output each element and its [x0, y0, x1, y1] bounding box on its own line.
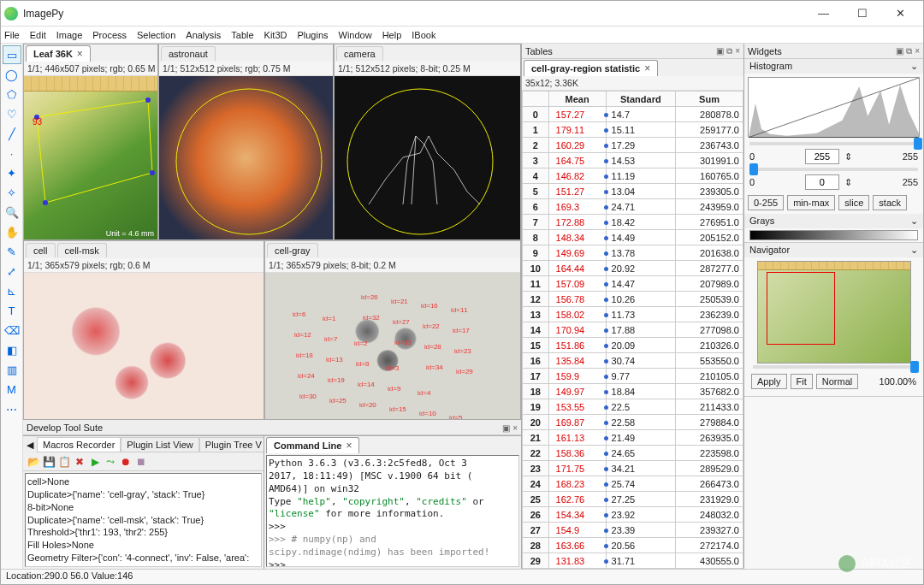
- dock-icon[interactable]: ▣: [716, 46, 724, 56]
- menu-kit3d[interactable]: Kit3D: [264, 30, 287, 40]
- rectangle-tool[interactable]: ▭: [3, 45, 21, 64]
- spark-tool[interactable]: ✧: [3, 183, 21, 202]
- close-icon[interactable]: ×: [915, 46, 920, 56]
- table-row[interactable]: 29131.8331.71430555.0: [523, 553, 743, 569]
- table-row[interactable]: 6169.324.71243959.0: [523, 199, 743, 215]
- ellipse-tool[interactable]: ◯: [3, 65, 21, 84]
- minimize-button[interactable]: —: [804, 2, 843, 26]
- menu-window[interactable]: Window: [339, 30, 372, 40]
- table-row[interactable]: 28163.6620.56272174.0: [523, 538, 743, 553]
- close-icon[interactable]: ×: [735, 46, 740, 56]
- hist-stack-button[interactable]: stack: [873, 195, 907, 210]
- menu-analysis[interactable]: Analysis: [186, 30, 221, 40]
- dropper-tool[interactable]: ⤢: [3, 262, 21, 281]
- table-row[interactable]: 11157.0914.47207989.0: [523, 276, 743, 292]
- zoom-slider[interactable]: [753, 365, 915, 369]
- tab-plugin-tree[interactable]: Plugin Tree V: [199, 437, 264, 452]
- image-canvas[interactable]: [335, 76, 520, 239]
- dock-icon[interactable]: ▣: [896, 46, 903, 56]
- menu-ibook[interactable]: IBook: [412, 30, 435, 40]
- menu-selection[interactable]: Selection: [137, 30, 175, 40]
- tab-command-line[interactable]: Command Line×: [266, 437, 359, 453]
- table-row[interactable]: 9149.6913.78201638.0: [523, 245, 743, 261]
- bucket-tool[interactable]: ◧: [3, 340, 21, 359]
- tab-statistics[interactable]: cell-gray-region statistic×: [524, 60, 658, 76]
- close-button[interactable]: ✕: [881, 2, 920, 26]
- copy-icon[interactable]: 📋: [57, 455, 71, 469]
- spinner-icon[interactable]: ⇕: [844, 177, 852, 188]
- chevron-down-icon[interactable]: ⌄: [910, 61, 918, 72]
- close-icon[interactable]: ×: [644, 62, 650, 74]
- menu-process[interactable]: Process: [92, 30, 127, 40]
- chevron-down-icon[interactable]: ⌄: [910, 216, 918, 227]
- nav-left-icon[interactable]: ◀: [23, 440, 37, 451]
- polygon-tool[interactable]: ⬠: [3, 85, 21, 103]
- table-row[interactable]: 21161.1321.49263935.0: [523, 430, 743, 446]
- menu-file[interactable]: File: [4, 30, 20, 40]
- table-row[interactable]: 14170.9417.88277098.0: [523, 322, 743, 338]
- tab-camera[interactable]: camera: [336, 46, 383, 61]
- table-row[interactable]: 16135.8430.74553550.0: [523, 353, 743, 369]
- table-row[interactable]: 30181.8814.44232085.0: [523, 569, 743, 570]
- menu-image[interactable]: Image: [56, 30, 83, 40]
- tab-cell-gray[interactable]: cell-gray: [267, 243, 318, 257]
- table-row[interactable]: 22158.3624.65223598.0: [523, 446, 743, 461]
- table-row[interactable]: 23171.7534.21289529.0: [523, 461, 743, 476]
- open-icon[interactable]: 📂: [27, 455, 40, 469]
- tab-macros-recorder[interactable]: Macros Recorder: [37, 437, 121, 452]
- image-canvas[interactable]: [159, 76, 333, 239]
- table-row[interactable]: 13158.0211.73236239.0: [523, 307, 743, 322]
- chart-tool[interactable]: ▥: [3, 360, 21, 379]
- nav-apply-button[interactable]: Apply: [751, 374, 787, 389]
- tab-cell-msk[interactable]: cell-msk: [57, 243, 107, 257]
- hist-lower-input[interactable]: [805, 174, 839, 190]
- table-row[interactable]: 5151.2713.04239305.0: [523, 184, 743, 199]
- point-tool[interactable]: ·: [3, 144, 21, 162]
- menu-help[interactable]: Help: [382, 30, 402, 40]
- dock-icon[interactable]: ▣: [502, 423, 510, 433]
- table-row[interactable]: 2160.2917.29236743.0: [523, 138, 743, 153]
- table-row[interactable]: 10164.4420.92287277.0: [523, 261, 743, 276]
- text-tool[interactable]: T: [3, 301, 21, 320]
- step-icon[interactable]: ⤳: [104, 455, 117, 469]
- close-icon[interactable]: ×: [77, 48, 83, 60]
- image-canvas[interactable]: [24, 273, 264, 419]
- spinner-icon[interactable]: ⇕: [844, 151, 852, 162]
- undock-icon[interactable]: ⧉: [906, 46, 912, 56]
- data-grid[interactable]: MeanStandardSum0157.2714.7280878.01179.1…: [522, 91, 743, 569]
- navigator-thumbnail[interactable]: [757, 261, 911, 363]
- table-row[interactable]: 25162.7627.25231929.0: [523, 492, 743, 507]
- freehand-tool[interactable]: ♡: [3, 104, 21, 123]
- close-icon[interactable]: ×: [512, 423, 518, 433]
- maximize-button[interactable]: ☐: [843, 2, 881, 26]
- more-tool[interactable]: ⋯: [3, 399, 21, 418]
- table-row[interactable]: 24168.2325.74266473.0: [523, 476, 743, 492]
- table-row[interactable]: 27154.923.39239327.0: [523, 523, 743, 538]
- m-tool[interactable]: M: [3, 380, 21, 399]
- pencil-tool[interactable]: ✎: [3, 242, 21, 261]
- play-icon[interactable]: ▶: [88, 455, 102, 469]
- delete-icon[interactable]: ✖: [73, 455, 86, 469]
- hand-tool[interactable]: ✋: [3, 222, 21, 241]
- measure-tool[interactable]: ⊾: [3, 281, 21, 300]
- image-canvas[interactable]: id=1id=2id=3id=4id=5id=6id=7id=8id=9id=1…: [265, 273, 520, 419]
- hist-minmax-button[interactable]: min-max: [787, 195, 835, 210]
- record-icon[interactable]: ⏺: [119, 455, 133, 469]
- line-tool[interactable]: ╱: [3, 124, 21, 143]
- table-row[interactable]: 15151.8620.09210326.0: [523, 338, 743, 353]
- table-row[interactable]: 7172.8818.42276951.0: [523, 215, 743, 230]
- histogram-header[interactable]: Histogram⌄: [744, 59, 923, 74]
- zoom-tool[interactable]: 🔍: [3, 203, 21, 222]
- table-row[interactable]: 0157.2714.7280878.0: [523, 107, 743, 122]
- colormap-select[interactable]: Grays⌄: [744, 214, 923, 228]
- menu-edit[interactable]: Edit: [30, 30, 46, 40]
- hist-slice-button[interactable]: slice: [838, 195, 869, 210]
- table-row[interactable]: 3164.7514.53301991.0: [523, 153, 743, 168]
- tab-plugin-list[interactable]: Plugin List View: [121, 437, 198, 452]
- table-row[interactable]: 19153.5522.5211433.0: [523, 399, 743, 415]
- tab-leaf[interactable]: Leaf 36K×: [26, 45, 91, 62]
- save-icon[interactable]: 💾: [42, 455, 56, 469]
- table-row[interactable]: 1179.1115.11259177.0: [523, 122, 743, 138]
- hist-0255-button[interactable]: 0-255: [748, 195, 784, 210]
- console-output[interactable]: Python 3.6.3 (v3.6.3:2c5fed8, Oct 3 2017…: [266, 455, 519, 567]
